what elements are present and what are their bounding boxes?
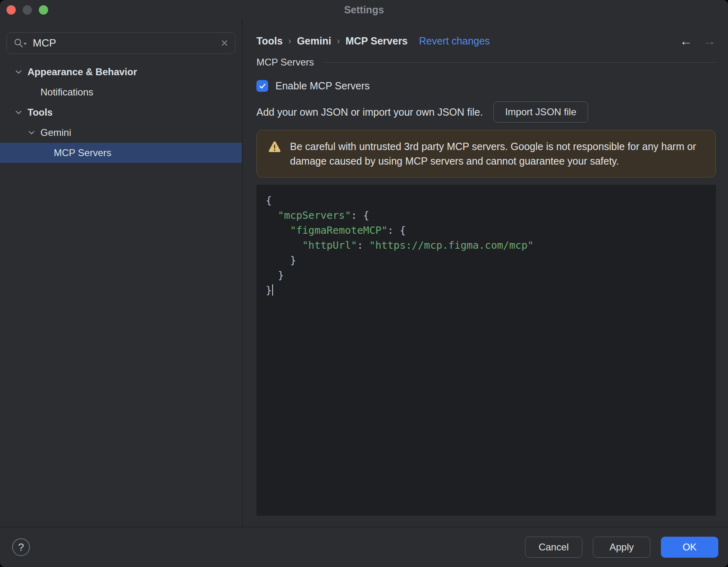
window-title: Settings: [0, 4, 728, 16]
sidebar-item-appearance-behavior[interactable]: Appearance & Behavior: [0, 62, 242, 82]
help-button[interactable]: ?: [12, 538, 30, 556]
clear-search-icon[interactable]: ✕: [220, 38, 229, 48]
enable-mcp-label[interactable]: Enable MCP Servers: [275, 80, 370, 92]
apply-button[interactable]: Apply: [593, 537, 650, 558]
breadcrumb: Tools › Gemini › MCP Servers Revert chan…: [256, 31, 716, 51]
chevron-down-icon[interactable]: [27, 128, 36, 138]
revert-changes-link[interactable]: Revert changes: [419, 35, 490, 47]
sidebar-item-label: Appearance & Behavior: [28, 66, 137, 78]
checkmark-icon: [258, 82, 267, 90]
search-icon: [13, 38, 27, 49]
sidebar-item-label: MCP Servers: [54, 147, 111, 159]
search-area: ✕: [0, 19, 242, 61]
back-arrow-icon[interactable]: ←: [679, 34, 692, 47]
add-json-text: Add your own JSON or import your own JSO…: [256, 106, 483, 118]
settings-search-field[interactable]: ✕: [6, 32, 235, 54]
footer-bar: ? Cancel Apply OK: [0, 527, 728, 567]
sidebar-item-label: Notifications: [40, 87, 93, 98]
sidebar-item-notifications[interactable]: Notifications: [0, 82, 242, 102]
search-input[interactable]: [33, 37, 220, 49]
help-question-icon: ?: [18, 541, 24, 554]
breadcrumb-mcp-servers: MCP Servers: [345, 35, 408, 47]
cancel-button[interactable]: Cancel: [525, 537, 582, 558]
enable-mcp-row: Enable MCP Servers: [256, 80, 716, 92]
json-editor[interactable]: { "mcpServers": { "figmaRemoteMCP": { "h…: [256, 185, 716, 516]
breadcrumb-separator: ›: [288, 35, 291, 47]
settings-window: Settings ✕: [0, 0, 728, 567]
warning-banner: Be careful with untrusted 3rd party MCP …: [256, 130, 716, 178]
sidebar-item-label: Tools: [28, 107, 53, 118]
enable-mcp-checkbox[interactable]: [256, 80, 268, 92]
settings-sidebar: ✕ Appearance & Behavior Notifications: [0, 19, 243, 527]
history-nav: ← →: [679, 34, 716, 47]
breadcrumb-gemini[interactable]: Gemini: [297, 35, 331, 47]
settings-tree: Appearance & Behavior Notifications Tool…: [0, 62, 242, 163]
add-json-row: Add your own JSON or import your own JSO…: [256, 102, 716, 123]
breadcrumb-tools[interactable]: Tools: [256, 35, 283, 47]
section-header: MCP Servers: [256, 57, 716, 68]
sidebar-item-gemini[interactable]: Gemini: [0, 123, 242, 143]
section-divider: [322, 62, 716, 63]
ok-button[interactable]: OK: [661, 537, 718, 558]
sidebar-item-tools[interactable]: Tools: [0, 102, 242, 123]
window-body: ✕ Appearance & Behavior Notifications: [0, 19, 728, 527]
chevron-down-icon[interactable]: [14, 67, 23, 77]
footer-buttons: Cancel Apply OK: [525, 537, 718, 558]
warning-icon: [268, 141, 281, 153]
sidebar-item-label: Gemini: [40, 127, 71, 138]
json-editor-code: { "mcpServers": { "figmaRemoteMCP": { "h…: [266, 193, 708, 298]
title-bar: Settings: [0, 0, 728, 19]
import-json-button[interactable]: Import JSON file: [493, 102, 588, 123]
settings-content: Tools › Gemini › MCP Servers Revert chan…: [243, 19, 728, 527]
text-cursor: [272, 284, 273, 296]
forward-arrow-icon: →: [703, 34, 716, 47]
chevron-down-icon[interactable]: [14, 108, 23, 117]
section-title: MCP Servers: [256, 57, 314, 68]
breadcrumb-separator: ›: [337, 35, 340, 47]
warning-text: Be careful with untrusted 3rd party MCP …: [290, 139, 706, 168]
sidebar-item-mcp-servers[interactable]: MCP Servers: [0, 143, 242, 163]
